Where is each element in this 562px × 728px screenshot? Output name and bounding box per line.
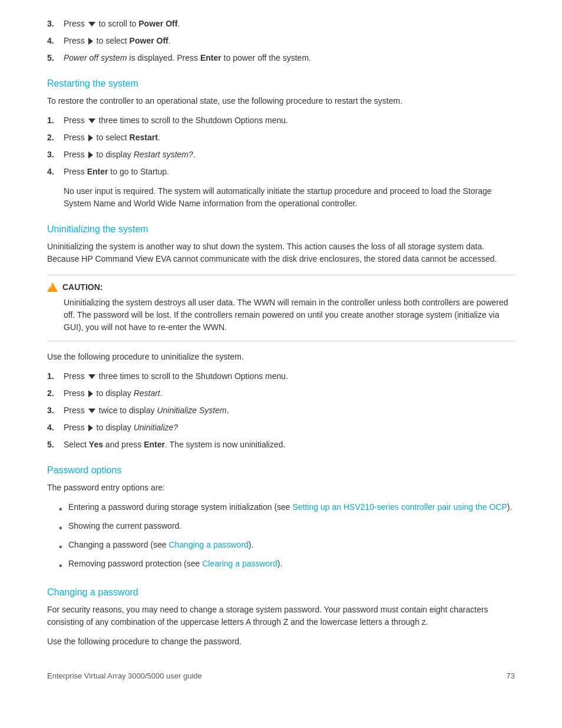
password-bullet-4-text: Removing password protection (see Cleari… <box>68 558 282 570</box>
hsv210-link[interactable]: Setting up an HSV210-series controller p… <box>293 502 507 512</box>
restart-step-1-num: 1. <box>47 114 64 127</box>
restart-step-2-content: Press to select Restart. <box>64 131 515 144</box>
restart-step-4-bold: Enter <box>87 167 108 176</box>
uninit-step-4: 4. Press to display Uninitialize? <box>47 421 515 434</box>
uninit-step-1: 1. Press three times to scroll to the Sh… <box>47 370 515 383</box>
uninit-step-3: 3. Press twice to display Uninitialize S… <box>47 404 515 417</box>
footer: Enterprise Virtual Array 3000/5000 user … <box>47 671 515 680</box>
password-bullet-2: • Showing the current password. <box>59 520 515 535</box>
uninit-step-4-content: Press to display Uninitialize? <box>64 421 515 434</box>
restart-step-1-content: Press three times to scroll to the Shutd… <box>64 114 515 127</box>
restart-step-4: 4. Press Enter to go to Startup. <box>47 166 515 178</box>
restart-step-3-num: 3. <box>47 149 64 161</box>
uninit-step-5-content: Select Yes and press Enter. The system i… <box>64 439 515 451</box>
bullet-dot-1: • <box>59 502 68 516</box>
restarting-intro: To restore the controller to an operatio… <box>47 95 515 107</box>
uninit-step-2-content: Press to display Restart. <box>64 387 515 400</box>
initial-steps-list: 3. Press to scroll to Power Off. 4. Pres… <box>47 18 515 64</box>
caution-label: CAUTION: <box>62 282 103 292</box>
password-bullet-3: • Changing a password (see Changing a pa… <box>59 539 515 554</box>
password-bullet-4: • Removing password protection (see Clea… <box>59 558 515 573</box>
uninit-step-5-enter: Enter <box>144 440 165 449</box>
uninitializing-heading: Uninitializing the system <box>47 224 515 235</box>
step-3-bold: Power Off <box>138 19 177 28</box>
restart-step-1: 1. Press three times to scroll to the Sh… <box>47 114 515 127</box>
step-5-italic: Power off system <box>64 53 127 62</box>
restart-step-2-bold: Restart <box>130 133 158 142</box>
password-bullet-2-text: Showing the current password. <box>68 520 181 532</box>
down-arrow-icon-r1 <box>88 118 95 123</box>
uninit-steps: 1. Press three times to scroll to the Sh… <box>47 370 515 451</box>
bullet-dot-3: • <box>59 540 68 554</box>
uninit-step-3-italic: Uninitialize System <box>157 406 226 415</box>
uninit-step-5-num: 5. <box>47 439 64 451</box>
restart-step-3: 3. Press to display Restart system?. <box>47 149 515 161</box>
password-heading: Password options <box>47 465 515 476</box>
restarting-steps: 1. Press three times to scroll to the Sh… <box>47 114 515 178</box>
step-4: 4. Press to select Power Off. <box>47 35 515 47</box>
restart-step-4-content: Press Enter to go to Startup. <box>64 166 515 178</box>
step-5-content: Power off system is displayed. Press Ent… <box>64 52 515 64</box>
step-3-content: Press to scroll to Power Off. <box>64 18 515 30</box>
bullet-dot-4: • <box>59 559 68 573</box>
uninit-use-procedure: Use the following procedure to uninitial… <box>47 351 515 363</box>
down-arrow-icon-u3 <box>88 409 95 413</box>
password-bullet-1-text: Entering a password during storage syste… <box>68 501 512 513</box>
changing-password-link[interactable]: Changing a password <box>168 540 248 549</box>
step-5-num: 5. <box>47 52 64 64</box>
step-4-content: Press to select Power Off. <box>64 35 515 47</box>
step-3: 3. Press to scroll to Power Off. <box>47 18 515 30</box>
right-arrow-icon-u2 <box>88 390 93 397</box>
step-5-bold: Enter <box>200 53 222 62</box>
caution-title: CAUTION: <box>47 282 515 292</box>
restarting-note: No user input is required. The system wi… <box>64 185 515 210</box>
uninit-step-4-italic: Uninitialize? <box>134 423 178 432</box>
password-intro: The password entry options are: <box>47 482 515 494</box>
uninitializing-intro: Uninitializing the system is another way… <box>47 241 515 265</box>
right-arrow-icon-r3 <box>88 151 93 159</box>
changing-password-heading: Changing a password <box>47 587 515 598</box>
footer-text: Enterprise Virtual Array 3000/5000 user … <box>47 671 507 680</box>
changing-password-intro: For security reasons, you may need to ch… <box>47 604 515 628</box>
changing-password-procedure: Use the following procedure to change th… <box>47 635 515 648</box>
caution-text: Uninitializing the system destroys all u… <box>64 297 515 334</box>
password-bullet-3-text: Changing a password (see Changing a pass… <box>68 539 253 551</box>
uninit-step-4-num: 4. <box>47 421 64 434</box>
restart-step-3-italic: Restart system? <box>134 150 193 159</box>
down-arrow-icon-u1 <box>88 374 95 379</box>
step-4-bold: Power Off <box>130 36 168 45</box>
uninit-step-3-content: Press twice to display Uninitialize Syst… <box>64 404 515 417</box>
right-arrow-icon-u4 <box>88 424 93 431</box>
restart-step-3-content: Press to display Restart system?. <box>64 149 515 161</box>
uninit-step-1-num: 1. <box>47 370 64 383</box>
password-bullets: • Entering a password during storage sys… <box>59 501 515 573</box>
restart-step-2: 2. Press to select Restart. <box>47 131 515 144</box>
uninit-step-2-num: 2. <box>47 387 64 400</box>
uninit-step-1-content: Press three times to scroll to the Shutd… <box>64 370 515 383</box>
restarting-heading: Restarting the system <box>47 78 515 89</box>
footer-page: 73 <box>507 671 515 680</box>
uninit-step-5-yes: Yes <box>89 440 103 449</box>
uninit-step-2: 2. Press to display Restart. <box>47 387 515 400</box>
step-5: 5. Power off system is displayed. Press … <box>47 52 515 64</box>
bullet-dot-2: • <box>59 521 68 535</box>
right-arrow-icon <box>88 38 93 45</box>
uninit-step-5: 5. Select Yes and press Enter. The syste… <box>47 439 515 451</box>
uninit-step-3-num: 3. <box>47 404 64 417</box>
caution-triangle-icon <box>47 282 58 292</box>
uninit-step-2-italic: Restart <box>134 388 160 398</box>
password-bullet-1: • Entering a password during storage sys… <box>59 501 515 516</box>
right-arrow-icon-r2 <box>88 134 93 141</box>
step-3-num: 3. <box>47 18 64 30</box>
restart-step-2-num: 2. <box>47 131 64 144</box>
caution-box: CAUTION: Uninitializing the system destr… <box>47 275 515 341</box>
restart-step-4-num: 4. <box>47 166 64 178</box>
clearing-password-link[interactable]: Clearing a password <box>202 559 277 568</box>
step-4-num: 4. <box>47 35 64 47</box>
down-arrow-icon <box>88 22 95 27</box>
